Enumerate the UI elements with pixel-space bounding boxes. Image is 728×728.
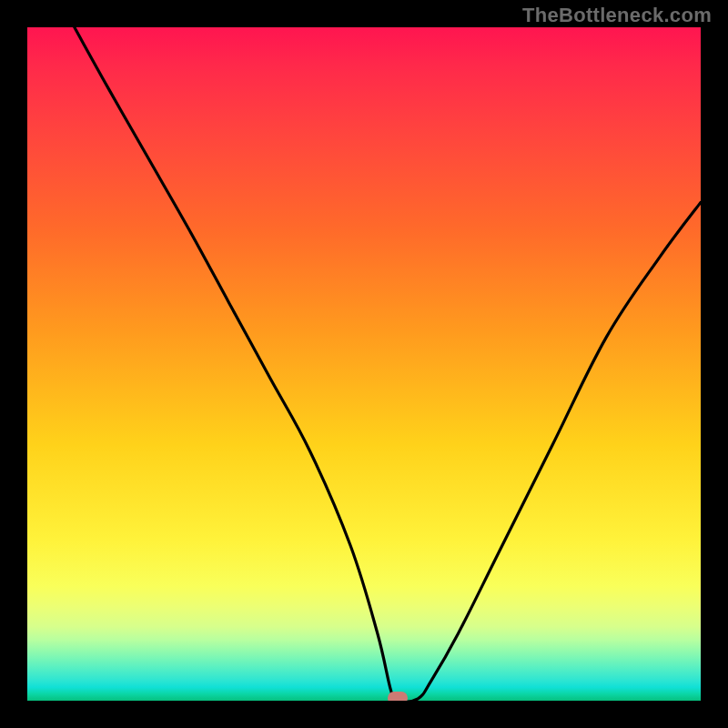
minimum-marker bbox=[388, 692, 408, 701]
curve-layer bbox=[27, 27, 701, 701]
plot-area bbox=[27, 27, 701, 701]
chart-frame: TheBottleneck.com bbox=[0, 0, 728, 728]
watermark-text: TheBottleneck.com bbox=[522, 4, 712, 27]
bottleneck-curve-path bbox=[75, 27, 701, 701]
